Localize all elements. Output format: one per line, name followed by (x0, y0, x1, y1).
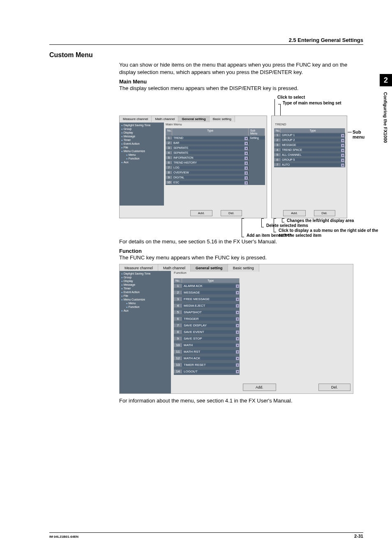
tree-item[interactable]: ●Function (120, 157, 164, 160)
cell-submenu[interactable]: Setting (249, 136, 265, 139)
chevron-down-icon[interactable]: ▾ (236, 291, 239, 294)
table-row[interactable]: 3SEPARATE▾ (166, 146, 265, 150)
del-button[interactable]: Del. (314, 210, 335, 216)
tree-item[interactable]: ●Aux (120, 160, 164, 164)
tree-item[interactable]: ●Aux (120, 309, 171, 312)
table-row[interactable]: 4SEPARATE▾ (166, 150, 265, 155)
tree-item[interactable]: ●Message (120, 283, 171, 287)
chevron-down-icon[interactable]: ▾ (244, 162, 248, 165)
table-row[interactable]: 5ALL CHANNEL▾ (274, 153, 345, 157)
cell-type[interactable]: DIGITAL▾ (172, 176, 249, 179)
chevron-down-icon[interactable]: ▾ (244, 157, 248, 160)
cell-type[interactable]: GROUP 1▾ (281, 134, 345, 136)
tree-item[interactable]: ●Group (120, 275, 171, 279)
tab-general[interactable]: General setting (191, 264, 228, 272)
chevron-down-icon[interactable]: ▾ (244, 152, 248, 155)
chevron-down-icon[interactable]: ▾ (341, 144, 344, 147)
table-row[interactable]: 7SAVE DISPLAY▾ (174, 322, 240, 329)
cell-type[interactable]: SAVE DISPLAY▾ (182, 324, 240, 327)
chevron-down-icon[interactable]: ▾ (244, 147, 248, 150)
cell-type[interactable]: ALARM ACK▾ (182, 284, 240, 288)
tree-item[interactable]: ●Function (120, 305, 171, 309)
table-row[interactable]: 6GROUP 5▾ (274, 157, 345, 162)
table-row[interactable]: 10MATH▾ (174, 342, 240, 349)
table-row[interactable]: 6TREND HISTORY▾ (166, 160, 265, 165)
cell-type[interactable]: TIMER RESET▾ (182, 363, 240, 367)
chevron-down-icon[interactable]: ▾ (236, 331, 239, 334)
chevron-down-icon[interactable]: ▾ (341, 139, 344, 142)
table-row[interactable]: 7AUTO▾ (274, 162, 345, 167)
chevron-down-icon[interactable]: ▾ (236, 304, 239, 308)
table-row[interactable]: 7LOG▾ (166, 165, 265, 170)
chevron-down-icon[interactable]: ▾ (244, 171, 248, 175)
tree-item[interactable]: ●Daylight Saving Time (120, 272, 171, 275)
table-row[interactable]: 6TRIGGER▾ (174, 316, 240, 322)
tree-item[interactable]: ●Timer (120, 287, 171, 290)
add-button[interactable]: Add. (283, 210, 305, 216)
tree-item[interactable]: ●Message (120, 134, 164, 138)
tab-general[interactable]: General setting (178, 116, 209, 122)
cell-type[interactable]: FREE MESSAGE▾ (182, 297, 240, 301)
chevron-down-icon[interactable]: ▾ (236, 311, 239, 314)
table-row[interactable]: 2GROUP 2▾ (274, 138, 345, 143)
chevron-down-icon[interactable]: ▾ (236, 324, 239, 327)
table-row[interactable]: 2MESSAGE▾ (174, 289, 240, 296)
table-row[interactable]: 13TIMER RESET▾ (174, 362, 240, 368)
cell-type[interactable]: SAVE EVENT▾ (182, 330, 240, 334)
chevron-down-icon[interactable]: ▾ (236, 337, 239, 340)
cell-type[interactable]: MESSAGE▾ (182, 291, 240, 294)
cell-type[interactable]: SEPARATE▾ (172, 151, 249, 154)
tree-item[interactable]: ●Display (120, 131, 164, 134)
table-row[interactable]: 8OVERVIEW▾ (166, 170, 265, 175)
tab-measure[interactable]: Measure channel (120, 116, 152, 122)
table-row[interactable]: 11MATH RST▾ (174, 349, 240, 355)
add-button[interactable]: Add. (243, 384, 276, 391)
cell-type[interactable]: MATH RST▾ (182, 350, 240, 354)
cell-type[interactable]: SNAPSHOT▾ (182, 310, 240, 314)
table-row[interactable]: 9SAVE STOP▾ (174, 335, 240, 342)
cell-type[interactable]: GROUP 5▾ (281, 158, 345, 161)
tab-basic[interactable]: Basic setting (228, 264, 259, 272)
cell-type[interactable]: TREND SPACE▾ (281, 148, 345, 151)
cell-type[interactable]: LOGOUT▾ (182, 370, 240, 373)
cell-type[interactable]: AUTO▾ (281, 163, 345, 166)
table-row[interactable]: 4TREND SPACE▾ (274, 148, 345, 153)
del-button[interactable]: Del. (221, 210, 242, 216)
cell-type[interactable]: TREND▾ (172, 136, 249, 139)
tree-item[interactable]: ●Timer (120, 138, 164, 142)
table-row[interactable]: 14LOGOUT▾ (174, 368, 240, 375)
chevron-down-icon[interactable]: ▾ (244, 166, 248, 170)
table-row[interactable]: 1GROUP 1▾ (274, 133, 345, 138)
chevron-down-icon[interactable]: ▾ (341, 134, 344, 137)
tree-item[interactable]: ●Menu Customize (120, 149, 164, 153)
cell-type[interactable]: MATH▾ (182, 343, 240, 347)
table-row[interactable]: 4MEDIA EJECT▾ (174, 303, 240, 309)
del-button[interactable]: Del. (318, 384, 350, 391)
chevron-down-icon[interactable]: ▾ (236, 284, 239, 288)
tab-basic[interactable]: Basic setting (210, 116, 235, 122)
cell-type[interactable]: MESSAGE▾ (281, 143, 345, 146)
tree-item[interactable]: ●File (120, 146, 164, 149)
table-row[interactable]: 3FREE MESSAGE▾ (174, 296, 240, 303)
table-row[interactable]: 1ALARM ACK▾ (174, 283, 240, 289)
tree-item[interactable]: ●Menu Customize (120, 298, 171, 301)
chevron-down-icon[interactable]: ▾ (244, 137, 248, 140)
cell-type[interactable]: LOG▾ (172, 166, 249, 169)
chevron-down-icon[interactable]: ▾ (341, 149, 344, 152)
cell-type[interactable]: TREND HISTORY▾ (172, 161, 249, 164)
cell-type[interactable]: GROUP 2▾ (281, 139, 345, 141)
chevron-down-icon[interactable]: ▾ (236, 344, 239, 347)
cell-type[interactable]: MATH ACK▾ (182, 356, 240, 360)
table-row[interactable]: 3MESSAGE▾ (274, 143, 345, 148)
table-row[interactable]: 2BAR▾ (166, 141, 265, 146)
cell-type[interactable]: INFORMATION▾ (172, 156, 249, 159)
cell-type[interactable]: OVERVIEW▾ (172, 171, 249, 174)
chevron-down-icon[interactable]: ▾ (341, 154, 344, 157)
chevron-down-icon[interactable]: ▾ (341, 159, 344, 162)
tree-item[interactable]: ●Menu (120, 301, 171, 305)
tree-item[interactable]: ●Daylight Saving Time (120, 123, 164, 127)
cell-type[interactable]: SAVE STOP▾ (182, 337, 240, 340)
cell-type[interactable]: BAR▾ (172, 141, 249, 144)
chevron-down-icon[interactable]: ▾ (244, 181, 248, 185)
chevron-down-icon[interactable]: ▾ (236, 298, 239, 301)
